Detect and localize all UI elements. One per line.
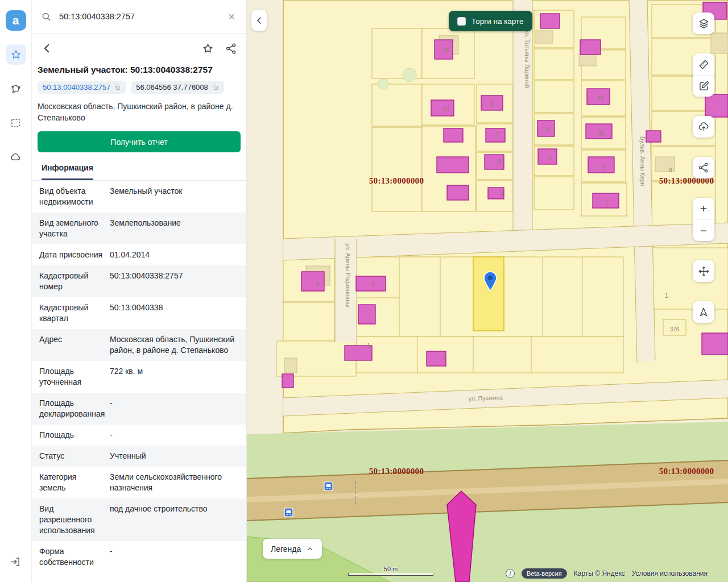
parcel-number: 7 [441,355,445,361]
zoom-out-button[interactable]: − [693,219,714,241]
object-action-row [32,34,246,58]
table-row: Площадь уточненная722 кв. м [32,361,246,393]
quarter-code-label: 50:13:0000000 [369,467,424,476]
star-icon [10,49,22,60]
scale-label: 50 m [348,566,433,572]
street-label: ул. Татьяны Лариной [524,30,531,88]
back-button[interactable] [41,42,53,55]
object-address: Московская область, Пушкинский район, в … [38,101,241,123]
star-icon [202,43,214,55]
parcel-number: 11 [598,130,605,136]
get-report-button[interactable]: Получить отчет [38,131,241,152]
beta-badge: Beta-версия [522,568,567,579]
info-icon[interactable]: i [506,569,515,578]
share-object-button[interactable] [225,43,237,55]
parcel-number: 16 [442,47,449,53]
rect-select-button[interactable] [6,113,26,133]
map-scale: 50 m [348,566,433,576]
street-label: Бульв. Анны Керн [639,136,646,186]
cloud-upload-icon [698,121,710,133]
table-row: Кадастровый номер50:13:0040338:2757 [32,265,246,297]
checkbox-icon [457,17,466,26]
sidebar-collapse-button[interactable] [251,10,267,31]
copy-icon [114,84,121,91]
auctions-on-map-toggle[interactable]: Торги на карте [449,11,532,31]
map-attribution: i Beta-версия Карты © Яндекс Условия исп… [506,568,708,579]
street-label: ул. Пушкина [469,394,503,402]
cloud-icon [10,151,22,163]
table-row: Площадь декларированная- [32,393,246,425]
parcel-number: 3 [499,190,503,197]
parcel-number: 14 [442,106,449,113]
navigation-arrow-icon [698,306,709,318]
page-title: Земельный участок: 50:13:0040338:2757 [38,65,237,75]
parcel-number: 13 [597,95,604,101]
share-icon [698,162,709,173]
parcel-number: 8 [669,167,672,173]
export-button[interactable] [693,116,714,138]
table-row: СтатусУчтенный [32,446,246,467]
transit-stop-icon [284,508,293,517]
table-row: Вид объекта недвижимостиЗемельный участо… [32,181,246,213]
parcel-number: 5 [498,159,501,165]
search-input[interactable] [58,11,226,22]
parcel-number: 5 [371,281,375,288]
table-row: Вид разрешенного использованияпод дачное… [32,498,246,541]
map-canvas[interactable]: 50:13:0000000 50:13:0000000 50:13:000000… [247,0,728,582]
polygon-select-icon [10,83,22,95]
pan-arrows-icon [698,265,710,277]
parcel-number: 9 [601,165,605,171]
zoom-in-button[interactable]: + [693,198,714,219]
table-row: Кадастровый квартал50:13:0040338 [32,297,246,329]
parcel-number: 6 [548,155,552,161]
measure-button[interactable] [693,53,714,75]
area-select-button[interactable] [6,78,26,99]
parcel-number: 7 [606,200,609,206]
object-chips: 50:13:0040338:2757 56.064556 37.776008 [38,81,241,94]
share-map-button[interactable] [693,157,714,178]
favorite-object-button[interactable] [202,43,214,55]
table-row: Форма собственности- [32,541,246,573]
edit-button[interactable] [693,75,714,97]
table-row: Вид земельного участкаЗемлепользование [32,213,246,244]
logout-button[interactable] [6,551,26,572]
tab-bar: Информация [32,163,246,181]
table-row: Категория земельЗемли сельскохозяйственн… [32,467,246,498]
parcel-number: 376 [670,326,680,332]
cadastral-number-chip[interactable]: 50:13:0040338:2757 [38,81,126,94]
street-label: ул. Арины Родионовны [345,243,351,307]
pan-mode-button[interactable] [693,260,714,282]
parcel-number: 7 [495,132,499,138]
chevron-up-icon [306,545,314,553]
share-icon [225,43,237,55]
quarter-code-label: 50:13:0000000 [659,467,714,476]
icon-rail: a [0,0,32,582]
terms-link[interactable]: Условия использования [632,569,708,577]
scale-bar [348,573,433,576]
map-copyright: Карты © Яндекс [574,569,625,577]
tab-information[interactable]: Информация [42,163,93,180]
coordinates-chip[interactable]: 56.064556 37.776008 [131,81,224,94]
my-location-button[interactable] [693,301,714,323]
table-row: Дата присвоения01.04.2014 [32,244,246,265]
layers-button[interactable] [693,13,714,34]
app-logo[interactable]: a [6,10,26,31]
parcel-number: 9 [490,101,493,107]
cloud-button[interactable] [6,147,26,167]
transit-stop-icon [324,482,333,490]
pencil-square-icon [698,80,710,92]
copy-icon [212,84,219,91]
table-row: Площадь- [32,425,246,446]
parcel-number: 1 [367,343,370,349]
sidebar: × Земельный участок: 50:13:0040338:2757 … [32,0,247,582]
map-area: 50:13:0000000 50:13:0000000 50:13:000000… [247,0,728,582]
parcel-number: 1 [665,293,668,299]
table-row: АдресМосковская область, Пушкинский райо… [32,329,246,361]
map-controls: + − [693,13,714,342]
layers-icon [698,18,710,30]
selected-parcel[interactable] [473,257,504,331]
clear-search-button[interactable]: × [226,10,237,23]
favorites-button[interactable] [6,44,26,65]
info-table: Вид объекта недвижимостиЗемельный участо… [32,181,246,582]
legend-button[interactable]: Легенда [263,539,322,559]
